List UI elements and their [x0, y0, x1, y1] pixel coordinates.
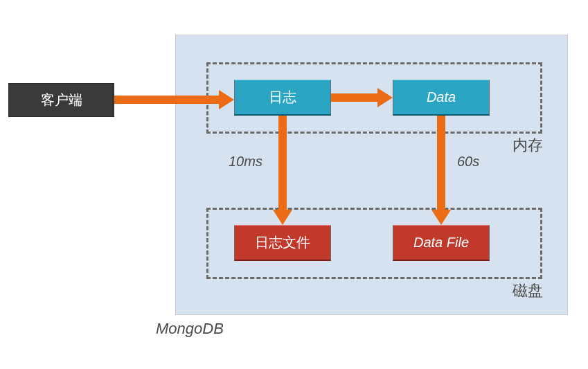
log-memory-node: 日志 — [234, 80, 331, 116]
data-file-node: Data File — [393, 225, 490, 261]
mongodb-label: MongoDB — [156, 320, 224, 338]
arrow-shaft — [331, 93, 377, 102]
log-flush-interval: 10ms — [229, 154, 262, 170]
memory-group-label: 内存 — [513, 135, 543, 156]
log-file-node: 日志文件 — [234, 225, 331, 261]
arrow-head-icon — [273, 210, 292, 225]
data-memory-node: Data — [393, 80, 490, 116]
arrow-head-icon — [219, 90, 234, 109]
arrow-head-icon — [377, 88, 393, 107]
diagram-canvas: MongoDB 内存 磁盘 客户端 日志 Data 日志文件 Data File… — [0, 0, 588, 369]
arrow-shaft — [114, 96, 219, 104]
data-memory-label: Data — [427, 89, 456, 105]
arrow-shaft — [437, 116, 445, 210]
disk-group-label: 磁盘 — [513, 280, 543, 301]
log-memory-label: 日志 — [269, 88, 296, 107]
data-file-label: Data File — [413, 235, 469, 251]
client-node-label: 客户端 — [41, 91, 82, 109]
data-flush-interval: 60s — [457, 154, 479, 170]
log-file-label: 日志文件 — [255, 233, 310, 252]
arrow-head-icon — [431, 210, 451, 225]
client-node: 客户端 — [8, 83, 114, 117]
arrow-shaft — [278, 116, 287, 210]
